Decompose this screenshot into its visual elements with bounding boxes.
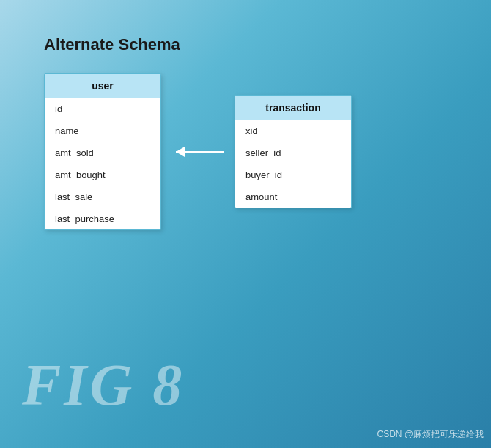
- table-row: id: [45, 98, 160, 120]
- tables-container: user id name amt_sold amt_bought last_sa…: [44, 73, 352, 230]
- table-row: buyer_id: [235, 164, 351, 186]
- table-row: last_purchase: [45, 208, 160, 229]
- table-row: last_sale: [45, 186, 160, 208]
- relation-arrow: [161, 141, 235, 163]
- table-row: amt_sold: [45, 142, 160, 164]
- background: Alternate Schema user id name amt_sold a…: [0, 0, 491, 448]
- svg-marker-1: [176, 147, 185, 157]
- arrow-svg: [161, 141, 235, 163]
- table-row: xid: [235, 120, 351, 142]
- fig-label: FIG 8: [22, 352, 185, 419]
- table-row: seller_id: [235, 142, 351, 164]
- table-row: amt_bought: [45, 164, 160, 186]
- table-row: name: [45, 120, 160, 142]
- table-row: amount: [235, 186, 351, 208]
- page-title: Alternate Schema: [44, 35, 180, 54]
- transaction-table: transaction xid seller_id buyer_id amoun…: [235, 95, 352, 208]
- user-table-header: user: [45, 74, 160, 98]
- user-table: user id name amt_sold amt_bought last_sa…: [44, 73, 161, 230]
- transaction-table-header: transaction: [235, 96, 351, 120]
- watermark: CSDN @麻烦把可乐递给我: [377, 428, 484, 441]
